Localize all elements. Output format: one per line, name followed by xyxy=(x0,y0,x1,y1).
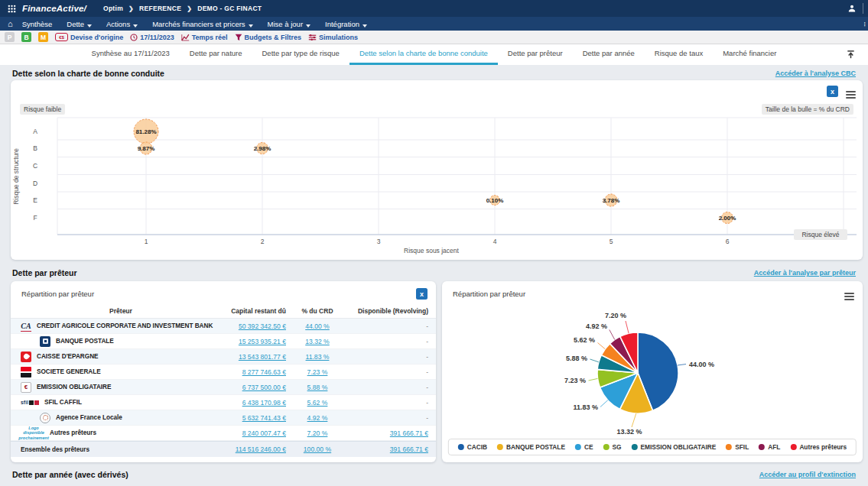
extinction-profile-link[interactable]: Accéder au profil d'extinction xyxy=(759,471,856,478)
legend-item-cacib[interactable]: CACIB xyxy=(458,443,487,451)
pie-legend: CACIB BANQUE POSTALE CE SG EMISSION OBLI… xyxy=(448,439,857,455)
badge-b[interactable]: B xyxy=(21,32,31,42)
user-icon[interactable] xyxy=(847,4,857,13)
lender-pie-chart: 44.00 % 13.32 % 11.83 % 7.23 % 5.88 % 5.… xyxy=(442,281,863,462)
bubble-label: 0.10% xyxy=(486,197,504,204)
nav-item-dette[interactable]: Dette xyxy=(67,20,92,28)
tab-marche-financier[interactable]: Marché financier xyxy=(713,44,786,65)
table-body: CACREDIT AGRICOLE CORPORATE AND INVESTME… xyxy=(11,319,436,441)
simulations-button[interactable]: Simulations xyxy=(308,34,358,41)
societe-generale-logo xyxy=(21,367,31,377)
nav-item-marches[interactable]: Marchés financiers et pricers xyxy=(152,20,252,28)
avail-value-link[interactable]: 391 666.71 € xyxy=(390,429,428,437)
pct-value-link[interactable]: 5.62 % xyxy=(307,399,328,407)
table-row: CAISSE D'EPARGNE 13 543 801.77 € 11.83 %… xyxy=(11,349,436,364)
risk-high-label: Risque élevé xyxy=(794,229,847,240)
legend-item-afl[interactable]: AFL xyxy=(759,443,780,451)
home-icon[interactable]: ⌂ xyxy=(8,20,13,28)
legend-item-autres[interactable]: Autres prêteurs xyxy=(790,443,847,451)
chart-menu-icon[interactable] xyxy=(844,291,854,302)
y-tick: E xyxy=(33,196,37,204)
svg-text:Risque élevé: Risque élevé xyxy=(801,231,839,238)
tab-synthese-date[interactable]: Synthèse au 17/11/2023 xyxy=(82,44,180,65)
pie-label: 5.88 % xyxy=(566,355,587,362)
capital-value-link[interactable]: 6 438 170.98 € xyxy=(242,399,286,407)
tab-dette-par-annee[interactable]: Dette par année xyxy=(573,44,645,65)
cbc-analysis-link[interactable]: Accéder à l'analyse CBC xyxy=(775,70,856,77)
lender-pie-card: Répartition par prêteur xyxy=(442,281,863,462)
currency-selector[interactable]: €$ Devise d'origine xyxy=(55,33,123,41)
pct-value-link[interactable]: 7.23 % xyxy=(307,368,328,376)
app-window: FinanceActive/ Optim ❯ REFERENCE ❯ DEMO … xyxy=(0,0,868,486)
x-tick: 5 xyxy=(610,238,613,245)
col-disponible: Disponible (Revolving) xyxy=(341,307,436,315)
nav-item-mise-a-jour[interactable]: Mise à jour xyxy=(268,20,310,28)
section-title: Dette selon la charte de bonne conduite xyxy=(12,69,164,78)
more-options-icon[interactable]: ⁝ xyxy=(863,20,866,28)
tab-dette-par-preteur[interactable]: Dette par prêteur xyxy=(498,44,573,65)
tab-dette-charte-bonne-conduite[interactable]: Dette selon la charte de bonne conduite xyxy=(349,44,498,65)
realtime-toggle[interactable]: Temps réel xyxy=(181,34,228,41)
x-tick: 3 xyxy=(377,238,381,245)
date-selector[interactable]: 17/11/2023 xyxy=(130,34,174,41)
capital-value-link[interactable]: 5 632 741.43 € xyxy=(242,414,286,422)
pct-value-link[interactable]: 7.20 % xyxy=(307,429,328,437)
breadcrumb-item[interactable]: REFERENCE xyxy=(139,5,181,12)
legend-item-ce[interactable]: CE xyxy=(575,443,593,451)
capital-value-link[interactable]: 15 253 935.21 € xyxy=(239,338,286,345)
capital-value-link[interactable]: 8 240 007.47 € xyxy=(242,429,286,437)
capital-value-link[interactable]: 8 277 746.63 € xyxy=(242,368,286,376)
breadcrumb-item[interactable]: DEMO - GC FINACT xyxy=(197,5,262,12)
x-tick: 6 xyxy=(726,238,730,245)
pct-value-link[interactable]: 44.00 % xyxy=(305,322,330,330)
sliders-icon xyxy=(308,34,317,41)
table-row: CACREDIT AGRICOLE CORPORATE AND INVESTME… xyxy=(11,319,436,334)
nav-item-integration[interactable]: Intégration xyxy=(325,20,367,28)
breadcrumb-item[interactable]: Optim xyxy=(103,5,123,12)
capital-value-link[interactable]: 6 737 500.00 € xyxy=(242,384,286,391)
nav-item-synthese[interactable]: Synthèse xyxy=(22,20,53,28)
legend-dot xyxy=(759,444,765,450)
capital-value-link[interactable]: 50 392 342.50 € xyxy=(239,322,286,330)
table-row: Logo disponible prochainementAutres prêt… xyxy=(11,426,436,441)
pct-value-link[interactable]: 5.88 % xyxy=(307,384,328,391)
pct-value-link[interactable]: 4.92 % xyxy=(307,414,328,422)
section-title: Dette par année (avec dérivés) xyxy=(12,470,128,479)
y-tick: B xyxy=(33,144,37,152)
badge-m[interactable]: M xyxy=(38,32,48,42)
badge-p[interactable]: P xyxy=(5,32,15,42)
tab-dette-par-nature[interactable]: Dette par nature xyxy=(180,44,252,65)
pct-value-link[interactable]: 13.32 % xyxy=(305,338,330,345)
chart-menu-icon[interactable] xyxy=(846,89,856,100)
total-pct-link[interactable]: 100.00 % xyxy=(304,446,331,453)
context-toolbar: P B M €$ Devise d'origine 17/11/2023 Tem… xyxy=(0,31,868,44)
banque-postale-logo xyxy=(40,336,50,347)
app-grid-icon[interactable] xyxy=(8,5,16,13)
table-row: SOCIETE GENERALE 8 277 746.63 € 7.23 % - xyxy=(11,364,436,380)
capital-value-link[interactable]: 13 543 801.77 € xyxy=(239,353,286,361)
bubble-label: 9.87% xyxy=(138,145,155,152)
pie-label: 13.32 % xyxy=(616,428,642,436)
pie-label: 7.23 % xyxy=(564,377,586,384)
bubble-size-hint: Taille de la bulle = % du CRD xyxy=(762,104,853,115)
lender-analysis-link[interactable]: Accéder à l'analyse par prêteur xyxy=(754,269,856,277)
x-axis-label: Risque sous jacent xyxy=(404,247,459,254)
collapse-to-top-icon[interactable] xyxy=(846,49,856,63)
avail-value: - xyxy=(341,322,436,330)
nav-item-actions[interactable]: Actions xyxy=(106,20,138,28)
total-avail-link[interactable]: 391 666.71 € xyxy=(390,446,428,453)
legend-item-sfil[interactable]: SFIL xyxy=(726,443,749,451)
excel-export-icon[interactable]: x xyxy=(827,86,838,97)
pct-value-link[interactable]: 11.83 % xyxy=(306,353,330,361)
legend-item-emission-obligataire[interactable]: EMISSION OBLIGATAIRE xyxy=(631,443,716,451)
legend-item-banque-postale[interactable]: BANQUE POSTALE xyxy=(497,443,565,451)
tab-risque-de-taux[interactable]: Risque de taux xyxy=(645,44,713,65)
brand-logo[interactable]: FinanceActive/ xyxy=(22,4,86,13)
tab-dette-type-risque[interactable]: Dette par type de risque xyxy=(252,44,349,65)
report-tabs-bar: Synthèse au 17/11/2023 Dette par nature … xyxy=(0,44,868,65)
legend-item-sg[interactable]: SG xyxy=(603,443,621,451)
total-capital-link[interactable]: 114 516 246.00 € xyxy=(236,446,286,453)
excel-export-icon[interactable]: x xyxy=(416,288,427,300)
y-tick: C xyxy=(33,162,37,170)
budgets-filters-button[interactable]: Budgets & Filtres xyxy=(235,34,302,41)
